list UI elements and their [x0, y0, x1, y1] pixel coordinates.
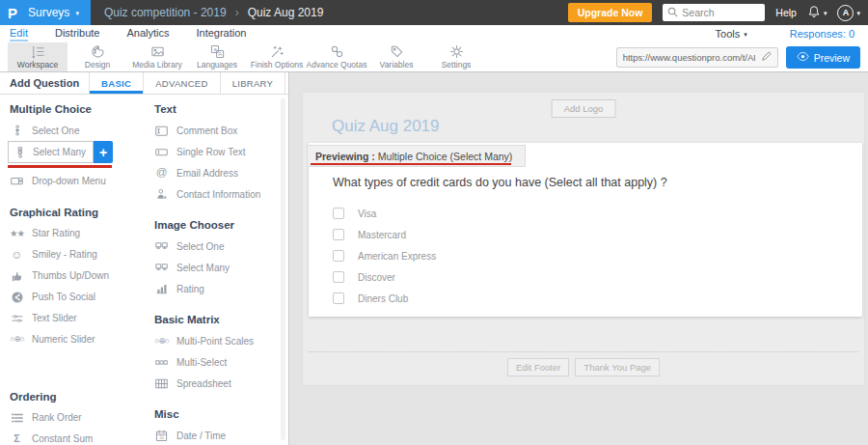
survey-url-text: https://www.questionpro.com/t/APNrFZ: [623, 52, 755, 63]
pencil-icon[interactable]: [761, 51, 772, 64]
question-type-spreadsheet[interactable]: Spreadsheet: [145, 373, 282, 394]
question-type-label: Single Row Text: [176, 147, 246, 157]
thank-you-page-button[interactable]: Thank You Page: [575, 358, 660, 376]
survey-page: Add Logo Quiz Aug 2019 Previewing : Mult…: [302, 92, 865, 386]
question-type-select-one[interactable]: Select One: [0, 120, 145, 141]
multi-select-icon: [154, 356, 169, 369]
breadcrumb-folder[interactable]: Quiz competition - 2019: [104, 6, 227, 19]
question-type-select-many-selected[interactable]: Select Many+: [8, 141, 145, 163]
menu-item-analytics[interactable]: Analytics: [126, 27, 169, 42]
search-box[interactable]: [663, 4, 765, 21]
svg-text:31: 31: [159, 435, 164, 440]
question-type-label: Select One: [32, 125, 79, 136]
question-type-label: Numeric Slider: [32, 334, 95, 345]
toolbar-item-label: Design: [85, 60, 110, 70]
question-type-star-rating[interactable]: ★★Star Rating: [0, 223, 145, 244]
tools-menu[interactable]: Tools ▾: [716, 28, 747, 40]
question-type-contact-information[interactable]: Contact Information: [145, 183, 282, 205]
toolbar-item-settings[interactable]: Settings: [426, 42, 486, 71]
help-link[interactable]: Help: [775, 7, 797, 18]
question-type-push-to-social[interactable]: Push To Social: [0, 287, 145, 308]
question-type-smiley-rating[interactable]: ☺Smiley - Rating: [0, 244, 145, 265]
questionpro-logo[interactable]: P: [8, 6, 17, 20]
selected-red-underline: [8, 165, 112, 168]
responses-count[interactable]: Responses: 0: [790, 28, 854, 40]
question-type-thumbs-up-down[interactable]: Thumbs Up/Down: [0, 265, 145, 287]
single-row-icon: [154, 146, 169, 158]
section-header: Graphical Rating: [0, 207, 145, 218]
footer-divider: [309, 351, 858, 352]
option-label: Mastercard: [358, 230, 406, 240]
toolbar-item-media-library[interactable]: Media Library: [127, 42, 187, 71]
toolbar-item-finish-options[interactable]: Finish Options: [247, 42, 307, 71]
toolbar-item-design[interactable]: Design: [68, 42, 127, 71]
question-type-comment-box[interactable]: Comment Box: [145, 120, 282, 141]
tab-basic[interactable]: BASIC: [89, 72, 143, 94]
section-header: Ordering: [0, 391, 145, 403]
checkbox-mastercard[interactable]: [333, 229, 344, 240]
multi-point-icon: ○⊕○: [154, 337, 169, 346]
toolbar-item-languages[interactable]: aALanguages: [187, 42, 247, 71]
add-logo-button[interactable]: Add Logo: [552, 99, 616, 118]
survey-title[interactable]: Quiz Aug 2019: [332, 117, 440, 136]
question-type-column-2: TextComment BoxSingle Row Text@Email Add…: [145, 95, 282, 444]
answer-options: VisaMastercardAmerican ExpressDiscoverDi…: [333, 203, 436, 309]
question-type-multi-point-scales[interactable]: ○⊕○Multi-Point Scales: [145, 330, 282, 351]
question-type-label: Select Many: [33, 147, 86, 157]
toolbar-item-variables[interactable]: Variables: [366, 42, 426, 71]
search-input[interactable]: [682, 7, 761, 18]
option-label: Visa: [358, 209, 376, 219]
footer-buttons: Edit FooterThank You Page: [303, 358, 864, 376]
checkbox-discover[interactable]: [333, 271, 344, 283]
question-type-drop-down-menu[interactable]: Drop-down Menu: [0, 171, 145, 192]
tab-library[interactable]: LIBRARY: [220, 72, 285, 94]
menu-item-edit[interactable]: Edit: [10, 27, 28, 42]
section-header: Multiple Choice: [0, 103, 145, 115]
account-menu[interactable]: A ▾: [837, 5, 860, 21]
option-label: Diners Club: [358, 293, 408, 304]
finish-options-icon: [270, 44, 285, 59]
survey-url-field[interactable]: https://www.questionpro.com/t/APNrFZ: [616, 47, 778, 68]
menu-item-distribute[interactable]: Distribute: [55, 27, 99, 42]
question-type-numeric-slider[interactable]: ○⊕○Numeric Slider: [0, 329, 145, 350]
question-type-label: Spreadsheet: [176, 378, 231, 389]
question-type-label: Rank Order: [32, 412, 82, 423]
checkbox-visa[interactable]: [333, 208, 344, 219]
toolbar-item-advance-quotas[interactable]: Advance Quotas: [307, 42, 366, 71]
notifications-menu[interactable]: ▾: [807, 5, 827, 20]
question-type-label: Email Address: [176, 168, 238, 179]
question-type-select-one[interactable]: Select One: [145, 236, 282, 257]
tab-advanced[interactable]: ADVANCED: [143, 72, 219, 94]
settings-icon: [449, 44, 464, 59]
option-row-discover: Discover: [333, 266, 436, 288]
question-type-rating[interactable]: Rating: [145, 278, 282, 299]
workspace-icon: [31, 44, 45, 59]
question-type-text-slider[interactable]: Text Slider: [0, 308, 145, 329]
bell-icon: [807, 5, 821, 20]
previewing-value: Multiple Choice (Select Many): [378, 151, 512, 162]
upgrade-now-button[interactable]: Upgrade Now: [568, 3, 653, 22]
option-row-visa: Visa: [333, 203, 436, 224]
checkbox-diners-club[interactable]: [333, 292, 344, 304]
eye-icon: [797, 50, 809, 65]
svg-text:A: A: [218, 51, 222, 57]
question-type-label: Select One: [176, 241, 224, 252]
question-type-constant-sum[interactable]: ΣConstant Sum: [0, 429, 145, 445]
menu-item-integration[interactable]: Integration: [196, 27, 246, 42]
question-type-label: Select Many: [176, 263, 230, 273]
surveys-menu[interactable]: Surveys ▾: [28, 6, 79, 19]
toolbar-item-workspace[interactable]: Workspace: [8, 42, 68, 71]
add-question-type-button[interactable]: +: [94, 141, 113, 163]
question-type-email-address[interactable]: @Email Address: [145, 162, 282, 183]
question-type-multi-select[interactable]: Multi-Select: [145, 351, 282, 373]
question-type-single-row-text[interactable]: Single Row Text: [145, 141, 282, 162]
question-type-label: Comment Box: [176, 125, 237, 136]
numeric-slider-icon: ○⊕○: [10, 335, 24, 344]
question-type-rank-order[interactable]: Rank Order: [0, 407, 145, 429]
edit-footer-button[interactable]: Edit Footer: [507, 358, 569, 376]
question-type-select-many[interactable]: Select Many: [145, 257, 282, 278]
question-type-date-time[interactable]: 31Date / Time: [145, 425, 282, 444]
preview-button[interactable]: Preview: [786, 46, 860, 69]
question-type-label: Thumbs Up/Down: [32, 270, 109, 281]
checkbox-american-express[interactable]: [333, 250, 344, 262]
